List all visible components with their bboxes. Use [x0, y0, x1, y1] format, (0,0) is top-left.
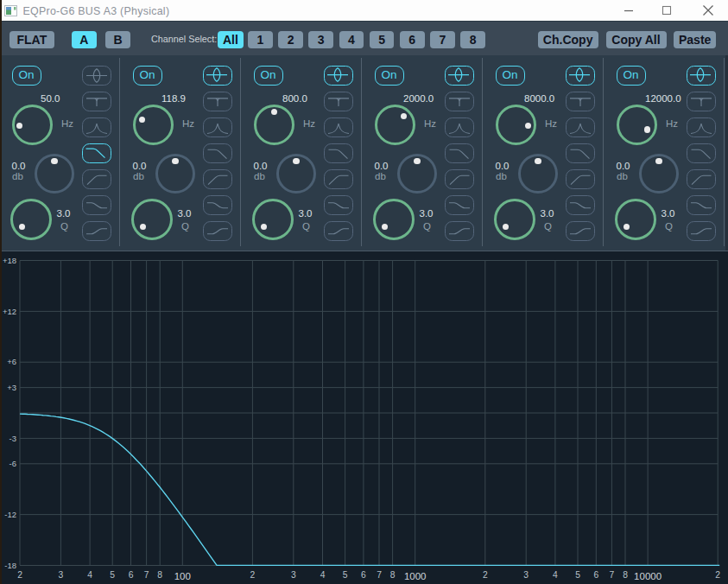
svg-text:+6: +6 — [7, 357, 16, 366]
svg-text:6: 6 — [361, 570, 366, 580]
svg-text:7: 7 — [144, 570, 149, 580]
svg-text:+12: +12 — [3, 307, 16, 316]
svg-text:3: 3 — [59, 570, 64, 580]
svg-text:4: 4 — [320, 570, 326, 580]
svg-text:8: 8 — [623, 570, 628, 580]
svg-text:5: 5 — [575, 570, 580, 580]
svg-text:7: 7 — [610, 570, 615, 580]
svg-text:+18: +18 — [3, 256, 16, 265]
svg-text:8: 8 — [157, 570, 162, 580]
svg-text:2: 2 — [250, 570, 256, 580]
svg-text:4: 4 — [553, 570, 558, 580]
svg-text:3: 3 — [291, 570, 296, 580]
svg-text:2: 2 — [715, 570, 720, 580]
svg-text:5: 5 — [343, 570, 348, 580]
svg-text:5: 5 — [110, 570, 115, 580]
svg-text:4: 4 — [87, 570, 92, 580]
svg-text:6: 6 — [593, 570, 598, 580]
svg-text:-12: -12 — [4, 510, 16, 519]
svg-text:100: 100 — [174, 571, 191, 581]
svg-text:2: 2 — [483, 570, 488, 580]
svg-text:1000: 1000 — [404, 571, 427, 581]
svg-text:-6: -6 — [9, 459, 16, 468]
svg-text:8: 8 — [390, 570, 396, 580]
svg-text:6: 6 — [129, 570, 134, 580]
svg-text:+3: +3 — [7, 383, 16, 392]
svg-text:2: 2 — [17, 570, 22, 580]
svg-text:3: 3 — [523, 570, 529, 580]
svg-text:10000: 10000 — [634, 571, 662, 581]
svg-text:-18: -18 — [4, 561, 16, 570]
svg-text:7: 7 — [377, 570, 382, 580]
svg-text:-3: -3 — [9, 434, 16, 443]
